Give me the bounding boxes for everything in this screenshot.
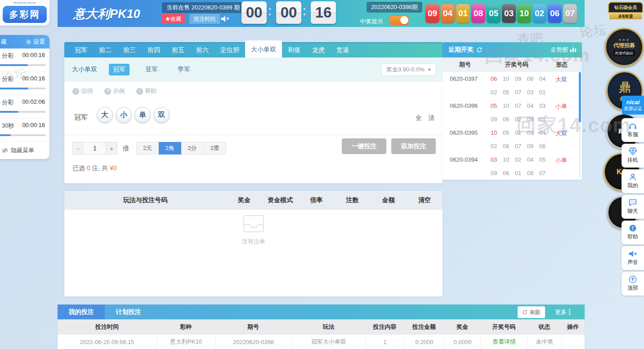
hide-menu-button[interactable]: 隐藏菜单 (0, 142, 49, 159)
win-tip-label: 中奖提示 (360, 18, 383, 26)
tab-dingweidan[interactable]: 定位胆 (215, 42, 245, 57)
refresh-icon[interactable] (476, 47, 483, 53)
col-numbers: 开奖号码 (487, 61, 546, 69)
bet-option-dan[interactable]: 单 (134, 107, 151, 123)
sidebar-settings[interactable]: 设置 (26, 38, 45, 46)
bet-option-shuang[interactable]: 双 (153, 107, 170, 123)
back-to-top-button[interactable]: 顶部 (622, 272, 644, 296)
exclamation-icon (629, 224, 637, 232)
help-link-bangzhu[interactable]: !帮助 (136, 87, 157, 95)
recent-results-header: 近期开奖 走势图 (443, 42, 582, 57)
last-issue-chip: 20220620-0398期 (367, 2, 422, 13)
clear-button[interactable]: 清 (428, 114, 434, 122)
unit-fen[interactable]: 2分 (181, 142, 204, 155)
bet-option-xiao[interactable]: 小 (116, 107, 132, 123)
results-column-header: 期号 开奖号码 形态 (443, 57, 582, 72)
tab-my-bets[interactable]: 我的投注 (58, 305, 105, 319)
bet-play: 冠军大小单双 (291, 335, 366, 349)
multiplier-unit-label: 倍 (123, 145, 129, 153)
subnav-option-guanjun[interactable]: 冠军 (109, 64, 130, 75)
sidebar-lottery-item[interactable]: 分彩00:00:16 (0, 72, 49, 95)
tab-jingsu[interactable]: 竞速 (331, 42, 355, 57)
bet-status: 未中奖 (528, 335, 561, 349)
tab-longhu[interactable]: 龙虎 (306, 42, 331, 57)
bet-option-da[interactable]: 大 (97, 107, 113, 123)
result-pattern: 大双 (550, 75, 572, 84)
help-button[interactable]: 帮助 (622, 221, 644, 244)
tab-guanjun[interactable]: 冠军 (69, 42, 93, 57)
arrow-up-icon (629, 275, 637, 283)
helper-links: !说明 ?示例 !帮助 (72, 87, 157, 95)
view-detail-link[interactable]: 查看详情 (480, 335, 528, 349)
help-link-shili[interactable]: ?示例 (104, 87, 125, 95)
betting-panel: 冠军 前二 前三 前四 前五 前六 定位胆 大小单双 和值 龙虎 竞速 大小单双… (64, 42, 443, 183)
tab-hezhi[interactable]: 和值 (282, 42, 306, 57)
agent-recruit-badge[interactable]: ★★★ 代理招募 托管式跑分 (605, 28, 644, 66)
win-tip-toggle[interactable] (389, 15, 409, 25)
unit-yuan[interactable]: 2元 (136, 142, 159, 155)
lottery-sidebar: 藏 设置 分彩00:00:16 分彩00:00:16 分彩00:02:06 30… (0, 35, 49, 159)
customer-service-button[interactable]: 客服 (622, 118, 644, 142)
multiplier-minus-button[interactable]: - (72, 142, 84, 155)
result-row: 0620-0394 0310020405 0906010807 小单 (443, 153, 582, 180)
countdown-minutes: 00 (276, 1, 301, 24)
refresh-button[interactable]: 刷新 (518, 306, 545, 318)
result-row: 0620-0395 1005010304 0208070906 大双 (443, 126, 582, 153)
my-account-button[interactable]: 我的 (622, 169, 644, 193)
tab-qian6[interactable]: 前六 (190, 42, 215, 57)
nicai-certification-badge[interactable]: nicai 奖源认证 (622, 96, 644, 115)
sound-button[interactable]: 声音 (622, 246, 644, 270)
lottery-name: 分彩 (2, 98, 13, 106)
subnav-option-jijun[interactable]: 季军 (174, 64, 194, 75)
multiplier-input[interactable] (84, 142, 106, 155)
trend-chart-button[interactable]: 走势图 (550, 46, 576, 54)
tab-qian5[interactable]: 前五 (166, 42, 190, 57)
subnav-option-yajun[interactable]: 亚军 (141, 64, 162, 75)
bet-action (561, 335, 585, 349)
tab-plan-bets[interactable]: 计划投注 (105, 305, 152, 319)
unit-li[interactable]: 2厘 (204, 142, 226, 155)
select-all-button[interactable]: 全 (416, 114, 422, 122)
sidebar-lottery-item[interactable]: 30秒00:00:16 (0, 119, 49, 142)
gear-icon (26, 39, 31, 45)
result-ball: 04 (441, 4, 455, 23)
slip-col-amount: 金额 (371, 196, 407, 204)
more-button[interactable]: 更多 (555, 305, 570, 319)
unit-jiao[interactable]: 2角 (159, 142, 181, 155)
question-icon: ? (104, 88, 111, 95)
diamond-member-badge[interactable]: 钻石级会员 多彩联盟 (608, 2, 643, 19)
divider (64, 135, 443, 135)
bet-issue: 20220620-0398 (215, 335, 291, 349)
favorite-button[interactable]: ★收藏 (161, 14, 185, 24)
my-bets-section: 我的投注 计划投注 刷新 更多 投注时间彩种 期号玩法 投注内容投注金额 奖金开… (58, 305, 585, 349)
sidebar-lottery-item[interactable]: 分彩00:02:06 (0, 95, 49, 119)
my-bets-table-header: 投注时间彩种 期号玩法 投注内容投注金额 奖金开奖号码 状态操作 (58, 319, 585, 335)
chat-button[interactable]: 聊天 (622, 195, 644, 219)
sidebar-lottery-item[interactable]: 分彩00:00:16 (0, 49, 49, 72)
bet-content: 1 (366, 335, 404, 349)
headset-icon (628, 122, 637, 130)
auto-bet-button[interactable]: 挂机 (622, 144, 644, 168)
bonus-dropdown[interactable]: 奖金3.90-0.0% (381, 63, 436, 76)
add-bet-button[interactable]: 添加投注 (391, 138, 436, 154)
site-logo-card[interactable]: Worldwide lotteries 多彩网 (0, 0, 49, 26)
mute-icon[interactable] (220, 15, 229, 23)
result-ball: 09 (425, 4, 439, 23)
scrollbar-thumb[interactable] (579, 72, 581, 122)
eye-off-icon (2, 147, 8, 154)
info-icon: ! (136, 88, 143, 95)
help-link-shuoming[interactable]: !说明 (72, 87, 93, 95)
result-pattern: 大双 (550, 129, 572, 137)
bet-time-button[interactable]: 投注时间 (189, 14, 220, 24)
empty-state: 没有注单 (64, 214, 443, 246)
quick-bet-button[interactable]: 一键投注 (342, 138, 386, 154)
slip-col-clear[interactable]: 清空 (407, 196, 443, 204)
person-icon (629, 173, 637, 181)
tab-daxiaodanshuang[interactable]: 大小单双 (245, 40, 282, 57)
tab-qian2[interactable]: 前二 (93, 42, 117, 57)
chevron-down-icon (428, 69, 431, 71)
tab-qian3[interactable]: 前三 (117, 42, 142, 57)
multiplier-plus-button[interactable]: + (106, 142, 117, 155)
sidebar-favorites-label[interactable]: 藏 (1, 38, 7, 46)
tab-qian4[interactable]: 前四 (142, 42, 166, 57)
